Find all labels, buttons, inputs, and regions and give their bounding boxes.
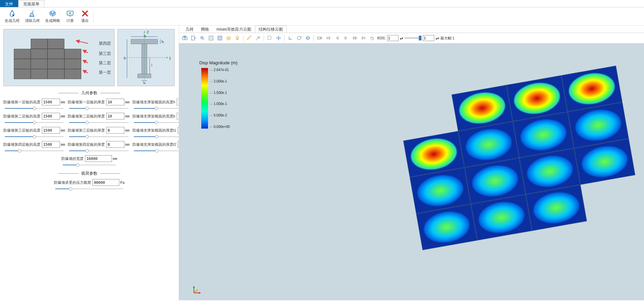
orbit-icon[interactable] [304, 34, 312, 42]
camera-icon[interactable] [316, 34, 323, 42]
time-slider[interactable] [405, 37, 421, 39]
param-input-l3t[interactable] [106, 127, 124, 134]
last-frame-icon[interactable] [360, 34, 367, 42]
prev-frame-icon[interactable] [333, 34, 341, 42]
select-rect-icon[interactable] [266, 34, 273, 42]
view-cube-icon[interactable] [225, 34, 232, 42]
param-input-width[interactable] [85, 155, 112, 162]
loop-icon[interactable] [369, 34, 376, 42]
param-input-l2h[interactable] [42, 113, 60, 120]
param-slider-l1h[interactable] [5, 106, 64, 111]
generate-geometry-button[interactable]: 生成几何 [2, 9, 22, 24]
axes-delete-icon[interactable] [254, 34, 262, 42]
rotate-icon[interactable] [295, 34, 303, 42]
legend-tick: 2.647e-01 [209, 68, 230, 72]
time-stepper[interactable]: ▴▾ [400, 36, 403, 40]
param-unit: mm [125, 100, 129, 104]
tab-file[interactable]: 文件 [0, 0, 18, 7]
droplet-icon [8, 9, 16, 18]
param-input-l2t[interactable] [106, 113, 124, 120]
svg-point-36 [297, 36, 301, 40]
param-input-l1h[interactable] [42, 99, 60, 105]
axes-small-icon[interactable] [287, 34, 294, 42]
param-slider-l4h[interactable] [5, 148, 64, 153]
param-l2t: 防爆墙第二层板的厚度mm [68, 113, 129, 125]
generate-geometry-label: 生成几何 [5, 18, 20, 23]
geometry-section-header: 几何参数 [3, 90, 175, 96]
exit-button[interactable]: 退出 [78, 9, 92, 24]
svg-line-2 [76, 41, 88, 43]
frame-stepper[interactable]: ▴▾ [436, 36, 439, 40]
svg-marker-44 [199, 292, 201, 294]
param-row: 防爆墙第二层板的高度mm防爆墙第二层板的厚度mm防爆墙支撑架截面的宽度bmm [3, 113, 175, 125]
param-input-pressure[interactable] [92, 179, 119, 186]
param-slider-width[interactable] [63, 163, 116, 167]
export-icon[interactable] [190, 34, 197, 42]
tab-mises[interactable]: mises等效应力云图 [213, 26, 255, 33]
param-pressure: 防爆墙承受的压力载荷Pa [54, 179, 124, 191]
param-row: 防爆墙的宽度mm [3, 155, 175, 167]
tab-mesh[interactable]: 网格 [197, 26, 213, 33]
generate-mesh-label: 生成网格 [45, 18, 60, 23]
max-frame-label: 最大帧:1 [440, 36, 455, 41]
param-l1h: 防爆墙第一层板的高度mm [3, 99, 65, 111]
param-l4t: 防爆墙第四层板的厚度mm [68, 141, 129, 153]
brush-icon[interactable] [245, 34, 253, 42]
frame-input[interactable] [423, 35, 434, 41]
svg-rect-26 [219, 37, 221, 39]
param-unit: mm [61, 114, 65, 118]
zoom-icon[interactable] [199, 34, 206, 42]
svg-line-42 [194, 290, 198, 293]
svg-line-29 [256, 38, 258, 40]
param-l4h: 防爆墙第四层板的高度mm [3, 141, 65, 153]
play-screen-icon [66, 9, 74, 18]
param-slider-l4t[interactable] [69, 148, 128, 153]
play-icon[interactable] [342, 34, 350, 42]
viewport-3d[interactable]: Disp Magnitude (m) 2.647e-012.000e-11.50… [179, 43, 644, 300]
svg-marker-43 [193, 286, 195, 288]
parameters-panel: 第四层 第三层 第二层 第一层 [0, 26, 179, 300]
zoom-fit-icon[interactable] [216, 34, 224, 42]
param-slider-l3h[interactable] [5, 134, 64, 139]
layer3-label: 第三层 [99, 51, 111, 57]
color-legend: Disp Magnitude (m) 2.647e-012.000e-11.50… [199, 60, 237, 129]
param-slider-l2h[interactable] [5, 120, 64, 125]
svg-rect-25 [218, 36, 222, 40]
cross-section-diagram: b 2 1 h i t₂ t₁ [117, 29, 175, 86]
time-input[interactable] [387, 35, 399, 41]
tab-page-menu[interactable]: 页面菜单 [18, 0, 45, 7]
param-slider-st2[interactable] [134, 148, 179, 153]
next-frame-icon[interactable] [351, 34, 358, 42]
legend-title: Disp Magnitude (m) [199, 60, 237, 65]
generate-mesh-button[interactable]: 生成网格 [42, 9, 63, 24]
param-slider-l3t[interactable] [69, 134, 128, 139]
param-slider-pressure[interactable] [55, 187, 123, 191]
screenshot-icon[interactable] [181, 34, 188, 42]
param-slider-st1[interactable] [134, 134, 179, 139]
param-slider-sb[interactable] [134, 120, 179, 125]
param-label: 防爆墙第一层板的厚度 [68, 100, 105, 105]
clear-geometry-button[interactable]: 清除几何 [22, 9, 42, 24]
pan-icon[interactable] [275, 34, 282, 42]
param-slider-l1t[interactable] [69, 106, 128, 111]
displacement-plot [397, 66, 642, 250]
compute-button[interactable]: 计算 [63, 9, 78, 24]
param-input-l3h[interactable] [42, 127, 60, 134]
param-row: 防爆墙第一层板的高度mm防爆墙第一层板的厚度mm防爆墙支撑架截面的高度hmm [3, 99, 175, 111]
lightbulb-icon[interactable] [234, 34, 241, 42]
viewport-panel: 几何 网格 mises等效应力云图 结构位移云图 [179, 26, 644, 300]
param-label: 防爆墙的宽度 [61, 156, 84, 161]
param-slider-l2t[interactable] [69, 120, 128, 125]
param-input-l1t[interactable] [106, 99, 124, 105]
zoom-box-icon[interactable] [207, 34, 215, 42]
param-input-l4t[interactable] [106, 141, 124, 148]
first-frame-icon[interactable] [325, 34, 332, 42]
param-row: 防爆墙第三层板的高度mm防爆墙第三层板的厚度mm防爆墙支撑架截面的厚度t1mm [3, 127, 175, 139]
wall-layers-diagram: 第四层 第三层 第二层 第一层 [3, 29, 115, 86]
tab-displacement[interactable]: 结构位移云图 [255, 26, 287, 33]
param-slider-sh[interactable] [134, 106, 179, 111]
param-unit: Pa [120, 180, 124, 185]
param-input-l4h[interactable] [42, 141, 60, 148]
tab-geometry[interactable]: 几何 [182, 26, 197, 33]
layer1-label: 第一层 [99, 70, 111, 75]
